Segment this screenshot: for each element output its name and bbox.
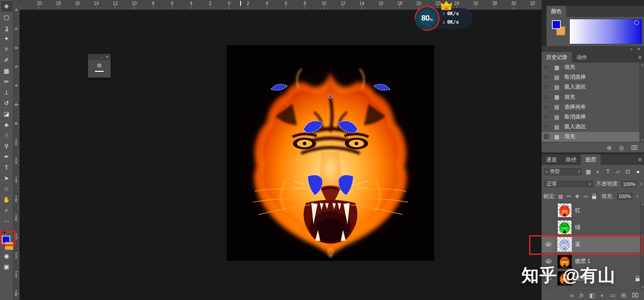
layer-mask-icon[interactable]: ◧ xyxy=(589,292,595,298)
history-source-checkbox[interactable] xyxy=(543,74,549,80)
pen-tool[interactable]: ✒ xyxy=(1,151,13,162)
tab-paths[interactable]: 路径 xyxy=(561,154,581,165)
smudge-tool[interactable]: ☝ xyxy=(1,130,13,140)
vip-crown-icon[interactable]: VIP xyxy=(440,0,453,12)
screen-overlay-widget[interactable]: 80 % ↑ 0K/s ↓ 0K/s VIP xyxy=(415,1,473,32)
filter-pixel-icon[interactable]: ▦ xyxy=(584,169,593,175)
adjustment-layer-icon[interactable]: ◐ xyxy=(601,292,604,298)
chevron-down-icon[interactable]: ∨ xyxy=(636,194,639,199)
layer-visibility-toggle[interactable] xyxy=(542,219,555,236)
canvas-pasteboard[interactable]: ↔ ✕ ⚙ xyxy=(20,10,542,300)
history-panel-menu-icon[interactable]: ≡ xyxy=(638,54,641,60)
dodge-tool[interactable]: ⚲ xyxy=(1,140,13,151)
history-brush-tool[interactable]: ↺ xyxy=(1,97,13,108)
document-canvas[interactable] xyxy=(227,46,434,260)
tab-color[interactable]: 颜色 xyxy=(547,6,566,17)
lock-image-pixels-icon[interactable]: ✏ xyxy=(567,194,571,199)
layer-row[interactable]: 红 xyxy=(542,202,644,219)
default-colors-icon[interactable] xyxy=(2,230,6,234)
history-state-row[interactable]: ▦填充 xyxy=(542,63,640,72)
history-source-checkbox[interactable] xyxy=(543,124,549,130)
history-source-checkbox[interactable] xyxy=(543,134,549,139)
eyedropper-tool[interactable]: ✐ xyxy=(1,55,13,65)
zoom-progress-circle[interactable]: 80 % xyxy=(415,6,440,31)
history-state-row[interactable]: ▤载入选区 xyxy=(542,122,640,132)
history-state-row[interactable]: ▤选择画布 xyxy=(542,102,640,112)
layer-row[interactable]: 蓝 xyxy=(542,236,644,253)
layer-filter-dropdown[interactable]: ⌕ 类型 ∨ xyxy=(543,167,583,176)
new-layer-icon[interactable]: ⊞ xyxy=(621,292,626,298)
fill-input[interactable]: 100% xyxy=(616,192,633,201)
tab-channels[interactable]: 通道 xyxy=(542,154,561,165)
layer-group-icon[interactable]: ▭ xyxy=(610,292,615,298)
layers-panel-menu-icon[interactable]: ≡ xyxy=(638,156,641,163)
new-document-from-state-icon[interactable]: ⊕ xyxy=(607,145,612,151)
history-source-checkbox[interactable] xyxy=(543,104,549,110)
history-source-checkbox[interactable] xyxy=(543,94,549,100)
type-tool[interactable]: T xyxy=(1,162,13,173)
tab-history[interactable]: 历史记录 xyxy=(542,52,572,63)
scroll-up-icon[interactable]: ∧ xyxy=(641,63,643,67)
gradient-tool[interactable]: ◈ xyxy=(1,119,13,130)
filter-type-icon[interactable]: T xyxy=(604,169,612,175)
layer-name[interactable]: 蓝 xyxy=(575,241,580,248)
history-state-row[interactable]: ▤载入选区 xyxy=(542,82,640,92)
path-selection-tool[interactable]: ➤ xyxy=(1,173,13,183)
chevron-down-icon[interactable]: ∨ xyxy=(640,182,642,186)
crop-tool[interactable]: ⌗ xyxy=(1,44,13,55)
layer-thumbnail[interactable] xyxy=(558,237,572,251)
panel-close-icon[interactable]: ✕ xyxy=(637,47,640,51)
delete-layer-icon[interactable]: ⌧ xyxy=(632,292,639,298)
hand-tool[interactable]: ✋ xyxy=(1,194,13,205)
filter-smart-object-icon[interactable]: ⊡ xyxy=(623,169,632,175)
quick-selection-tool[interactable]: ✦ xyxy=(1,33,13,44)
filter-adjustment-icon[interactable]: ◐ xyxy=(594,169,602,175)
layer-name[interactable]: 红 xyxy=(575,207,580,214)
more-tools[interactable]: ⋯ xyxy=(1,215,13,226)
floating-mini-panel[interactable]: ↔ ✕ ⚙ xyxy=(88,54,111,78)
lock-all-icon[interactable] xyxy=(592,196,596,199)
brush-tool[interactable]: ✏ xyxy=(1,76,13,87)
color-picker-ring[interactable] xyxy=(634,20,639,25)
color-panel-foreground-swatch[interactable] xyxy=(552,20,561,29)
lock-position-icon[interactable]: ✥ xyxy=(575,194,579,199)
scroll-up-icon[interactable]: ∧ xyxy=(641,203,643,206)
vertical-ruler[interactable]: 42024681 01 21 41 61 82 02 22 42 6 xyxy=(13,10,20,300)
layer-name[interactable]: 绿 xyxy=(575,224,580,231)
scroll-down-icon[interactable]: ∨ xyxy=(641,286,643,289)
lock-transparent-pixels-icon[interactable]: ▨ xyxy=(558,194,563,199)
filter-toggle-icon[interactable]: ● xyxy=(634,169,642,175)
panel-collapse-icon[interactable]: « xyxy=(630,47,632,51)
screen-mode-button[interactable]: ▣ xyxy=(1,261,13,272)
mini-panel-collapse-icon[interactable]: ↔ xyxy=(100,55,103,59)
layer-row[interactable]: 绿 xyxy=(542,219,644,236)
history-source-checkbox[interactable] xyxy=(543,84,549,90)
layer-thumbnail[interactable] xyxy=(558,220,572,234)
new-snapshot-icon[interactable]: ◎ xyxy=(619,145,624,151)
custom-shape-tool[interactable]: ☆ xyxy=(1,183,13,194)
eraser-tool[interactable]: ◪ xyxy=(1,108,13,119)
layer-visibility-toggle[interactable] xyxy=(542,236,555,253)
history-source-checkbox[interactable] xyxy=(543,114,549,120)
mini-panel-close-icon[interactable]: ✕ xyxy=(106,55,109,59)
layer-visibility-toggle[interactable] xyxy=(542,202,555,219)
link-layers-icon[interactable]: ∞ xyxy=(570,292,574,298)
clone-stamp-tool[interactable]: ⊥ xyxy=(1,87,13,97)
healing-brush-tool[interactable]: ▩ xyxy=(1,65,13,76)
scroll-down-icon[interactable]: ∨ xyxy=(641,138,643,142)
lock-artboard-icon[interactable]: ▭ xyxy=(583,194,588,199)
layer-thumbnail[interactable] xyxy=(558,203,572,217)
history-source-checkbox[interactable] xyxy=(543,64,549,70)
marquee-tool[interactable]: ▢ xyxy=(1,12,13,22)
opacity-input[interactable]: 100% xyxy=(621,180,638,188)
layer-effects-icon[interactable]: fx xyxy=(580,292,584,298)
blend-mode-dropdown[interactable]: 正常 ∨ xyxy=(543,180,594,188)
move-tool[interactable]: ✥ xyxy=(1,1,13,12)
zoom-tool[interactable]: ⌕ xyxy=(1,205,13,215)
mini-panel-gear-icon[interactable]: ⚙ xyxy=(97,63,102,68)
layers-scrollbar[interactable]: ∧ ∨ xyxy=(640,202,644,290)
history-scrollbar[interactable]: ∧ ∨ xyxy=(640,63,644,142)
filter-shape-icon[interactable]: ▱ xyxy=(614,169,622,175)
history-state-row[interactable]: ▤取消选择 xyxy=(542,72,640,82)
history-state-row[interactable]: ▦填充 xyxy=(542,132,640,142)
